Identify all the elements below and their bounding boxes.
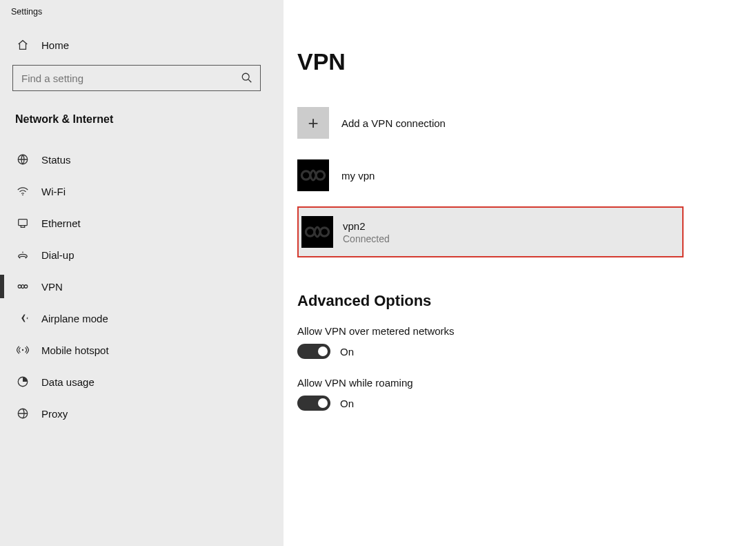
sidebar-item-label: Status	[41, 154, 71, 166]
sidebar-nav: Status Wi-Fi Ethernet Dial-up	[0, 144, 284, 429]
sidebar-item-status[interactable]: Status	[0, 144, 284, 175]
vpn-status: Connected	[343, 233, 390, 244]
vpn-name: vpn2	[343, 220, 390, 232]
sidebar-item-label: Mobile hotspot	[41, 344, 109, 356]
svg-point-12	[316, 171, 324, 179]
sidebar-item-dialup[interactable]: Dial-up	[0, 239, 284, 271]
svg-point-14	[320, 228, 328, 236]
window-title: Settings	[0, 0, 284, 17]
svg-point-13	[306, 228, 314, 236]
page-title: VPN	[297, 48, 756, 75]
vpn-connection-item-selected[interactable]: vpn2 Connected	[297, 206, 684, 257]
hotspot-icon	[17, 344, 29, 356]
svg-point-8	[22, 349, 23, 351]
sidebar-item-vpn[interactable]: VPN	[0, 271, 284, 302]
vpn-connection-item[interactable]: my vpn	[297, 155, 756, 195]
home-icon	[17, 39, 29, 51]
toggle-state: On	[340, 398, 354, 409]
sidebar-item-airplane[interactable]: Airplane mode	[0, 302, 284, 334]
plus-icon: +	[297, 107, 329, 139]
sidebar-item-wifi[interactable]: Wi-Fi	[0, 175, 284, 207]
category-title: Network & Internet	[0, 108, 284, 134]
svg-point-11	[301, 171, 310, 179]
svg-line-1	[248, 79, 251, 82]
svg-point-3	[22, 195, 23, 196]
sidebar: Settings Home Network & Internet Status	[0, 0, 284, 546]
toggle-state: On	[340, 346, 354, 358]
add-vpn-label: Add a VPN connection	[341, 117, 446, 129]
airplane-icon	[17, 312, 29, 324]
svg-point-0	[242, 73, 249, 80]
add-vpn-connection[interactable]: + Add a VPN connection	[297, 103, 756, 143]
svg-point-6	[18, 285, 21, 289]
toggle-metered: Allow VPN over metered networks On	[297, 325, 756, 359]
sidebar-item-label: VPN	[41, 281, 63, 293]
data-usage-icon	[17, 376, 29, 388]
search-input[interactable]	[20, 72, 241, 85]
vpn-icon	[17, 280, 29, 293]
svg-point-7	[24, 285, 28, 289]
sidebar-item-label: Airplane mode	[41, 313, 108, 324]
svg-rect-4	[19, 220, 28, 226]
home-nav[interactable]: Home	[0, 17, 284, 65]
settings-window: Settings Home Network & Internet Status	[0, 0, 756, 546]
sidebar-item-hotspot[interactable]: Mobile hotspot	[0, 334, 284, 366]
sidebar-item-label: Ethernet	[41, 217, 81, 229]
toggle-label: Allow VPN while roaming	[297, 377, 756, 389]
sidebar-item-label: Proxy	[41, 408, 68, 420]
wifi-icon	[17, 185, 29, 197]
vpn-connection-icon	[297, 159, 329, 191]
home-label: Home	[41, 39, 69, 51]
toggle-switch[interactable]	[297, 396, 330, 411]
globe-icon	[17, 153, 29, 166]
sidebar-item-label: Wi-Fi	[41, 186, 66, 197]
dialup-icon	[17, 248, 29, 261]
sidebar-item-label: Dial-up	[41, 249, 74, 261]
toggle-label: Allow VPN over metered networks	[297, 325, 756, 337]
sidebar-item-label: Data usage	[41, 376, 94, 388]
ethernet-icon	[17, 217, 29, 229]
proxy-icon	[17, 407, 29, 420]
sidebar-item-ethernet[interactable]: Ethernet	[0, 207, 284, 239]
search-input-container[interactable]	[12, 65, 261, 91]
search-wrap	[12, 65, 272, 91]
vpn-name: my vpn	[341, 170, 375, 182]
sidebar-item-proxy[interactable]: Proxy	[0, 398, 284, 429]
svg-point-5	[22, 252, 23, 253]
toggle-switch[interactable]	[297, 344, 330, 359]
search-icon	[241, 72, 253, 84]
main-content: VPN + Add a VPN connection my vpn vpn2 C…	[284, 0, 756, 546]
vpn-connection-icon	[301, 216, 333, 248]
sidebar-item-data-usage[interactable]: Data usage	[0, 366, 284, 398]
advanced-options-title: Advanced Options	[297, 292, 756, 310]
toggle-roaming: Allow VPN while roaming On	[297, 377, 756, 411]
